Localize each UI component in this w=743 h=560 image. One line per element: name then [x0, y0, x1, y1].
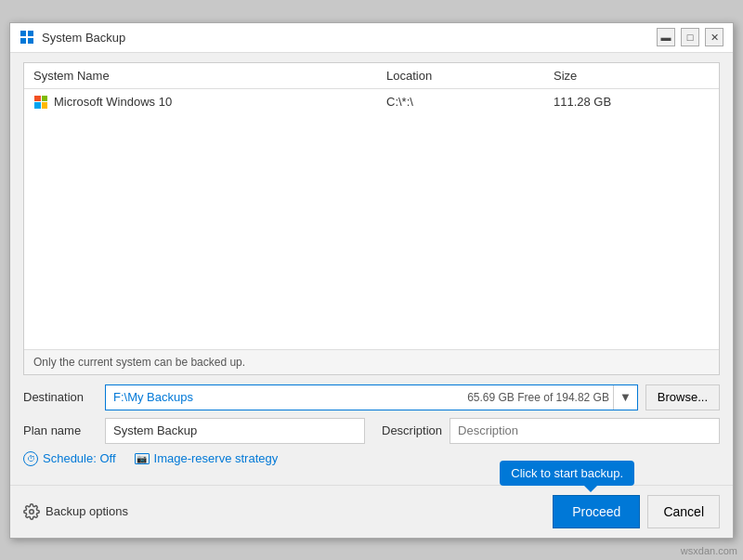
plan-name-input[interactable]: [105, 418, 365, 444]
destination-field[interactable]: F:\My Backups 65.69 GB Free of 194.82 GB…: [105, 384, 638, 410]
row-name: Microsoft Windows 10: [33, 95, 386, 110]
col-header-location: Location: [386, 69, 554, 83]
table-header: System Name Location Size: [24, 63, 719, 89]
title-bar: System Backup ▬ □ ✕: [10, 23, 733, 53]
system-table: System Name Location Size Microsoft Wind…: [23, 62, 720, 375]
backup-options-button[interactable]: Backup options: [23, 503, 128, 520]
destination-path: F:\My Backups: [106, 390, 467, 404]
browse-button[interactable]: Browse...: [645, 384, 720, 410]
description-input[interactable]: [450, 418, 720, 444]
col-header-name: System Name: [33, 69, 386, 83]
main-window: System Backup ▬ □ ✕ System Name Location…: [9, 22, 734, 539]
table-footer: Only the current system can be backed up…: [24, 349, 719, 374]
schedule-label: Schedule: Off: [43, 451, 116, 465]
backup-options-label: Backup options: [46, 504, 128, 518]
destination-row: Destination F:\My Backups 65.69 GB Free …: [23, 384, 720, 410]
watermark: wsxdan.com: [681, 545, 737, 556]
title-bar-left: System Backup: [20, 30, 125, 45]
row-size: 111.28 GB: [554, 95, 710, 109]
plan-description-row: Plan name Description: [23, 418, 720, 444]
table-body: Microsoft Windows 10 C:\*:\ 111.28 GB: [24, 89, 719, 349]
destination-label: Destination: [23, 390, 98, 404]
cancel-button[interactable]: Cancel: [647, 495, 720, 528]
window-title: System Backup: [42, 31, 125, 45]
svg-point-4: [30, 509, 34, 514]
svg-rect-0: [20, 31, 26, 36]
image-reserve-link[interactable]: 📷 Image-reserve strategy: [135, 451, 279, 465]
title-bar-controls: ▬ □ ✕: [657, 28, 723, 46]
content-area: System Name Location Size Microsoft Wind…: [10, 53, 733, 485]
proceed-tooltip: Click to start backup.: [500, 461, 634, 486]
windows-icon: [33, 95, 48, 110]
schedule-link[interactable]: ⏱ Schedule: Off: [23, 451, 116, 466]
gear-icon: [23, 503, 40, 520]
window-icon: [20, 30, 34, 45]
svg-rect-3: [28, 38, 33, 44]
image-reserve-label: Image-reserve strategy: [154, 451, 279, 465]
col-header-size: Size: [554, 69, 710, 83]
close-button[interactable]: ✕: [705, 28, 723, 46]
image-reserve-icon: 📷: [135, 453, 150, 464]
svg-rect-1: [28, 31, 33, 36]
schedule-icon: ⏱: [23, 451, 38, 466]
description-label: Description: [382, 423, 442, 437]
bottom-bar: Backup options Click to start backup. Pr…: [10, 485, 733, 538]
bottom-right-actions: Click to start backup. Proceed Cancel: [553, 495, 720, 528]
plan-label: Plan name: [23, 423, 98, 437]
row-location: C:\*:\: [386, 95, 554, 109]
destination-free: 65.69 GB Free of 194.82 GB: [467, 391, 613, 404]
proceed-button[interactable]: Proceed: [553, 495, 640, 528]
table-row[interactable]: Microsoft Windows 10 C:\*:\ 111.28 GB: [24, 89, 719, 115]
maximize-button[interactable]: □: [681, 28, 699, 46]
minimize-button[interactable]: ▬: [657, 28, 675, 46]
destination-dropdown[interactable]: ▼: [613, 385, 637, 410]
svg-rect-2: [20, 38, 26, 44]
